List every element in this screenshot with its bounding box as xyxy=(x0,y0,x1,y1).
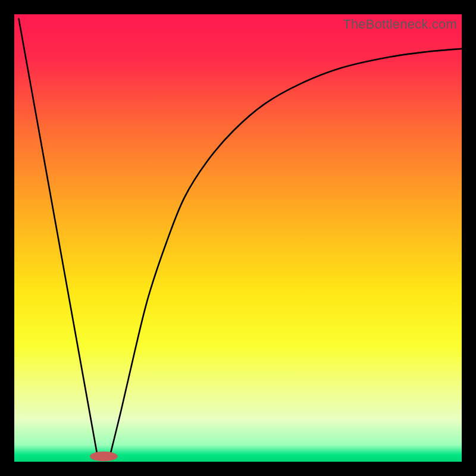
chart-background xyxy=(14,14,462,462)
bottleneck-chart xyxy=(14,14,462,462)
optimal-marker xyxy=(90,452,118,462)
chart-marker xyxy=(90,452,118,462)
watermark-text: TheBottleneck.com xyxy=(343,17,457,32)
chart-frame: TheBottleneck.com xyxy=(14,14,462,462)
